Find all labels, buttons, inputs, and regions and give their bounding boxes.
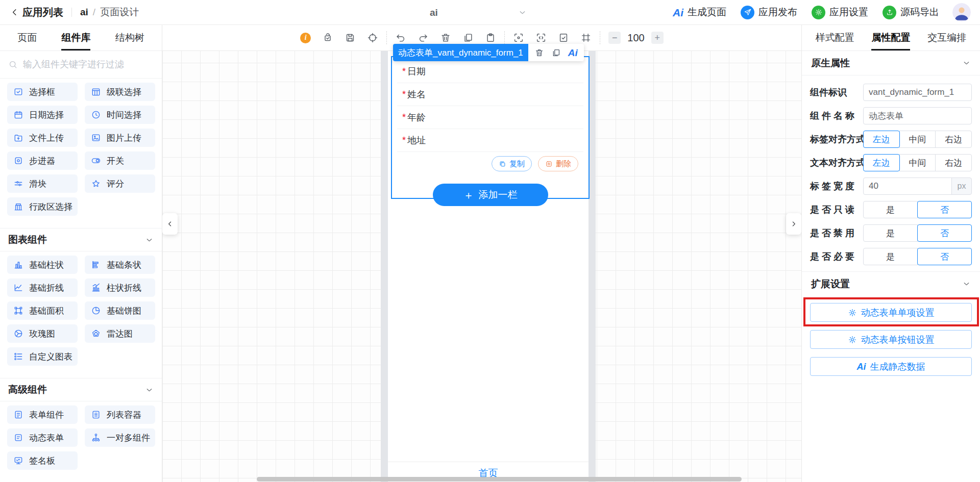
selected-dynamic-form[interactable]: *日期*姓名*年龄*地址 复制 删除 ＋ 添加一栏 (391, 56, 590, 199)
search-input[interactable] (23, 59, 154, 70)
delete-row-button[interactable]: 删除 (538, 156, 578, 171)
component-chip[interactable]: 基础柱状 (7, 256, 78, 274)
component-chip[interactable]: 签名板 (7, 451, 78, 470)
back-button[interactable]: 应用列表 (10, 6, 63, 19)
right-tab-2[interactable]: 交互编排 (927, 25, 966, 50)
readonly-option-1[interactable]: 否 (917, 201, 972, 218)
label-align-option-2[interactable]: 右边 (935, 131, 972, 148)
redo-icon[interactable] (418, 32, 429, 43)
component-chip[interactable]: 滑块 (7, 174, 78, 193)
component-chip[interactable]: 开关 (85, 151, 155, 170)
avatar[interactable] (952, 3, 971, 21)
component-chip[interactable]: 雷达图 (85, 324, 155, 343)
component-chip[interactable]: 柱状折线 (85, 278, 155, 297)
generate-static-data-button[interactable]: Ai生成静态数据 (810, 357, 972, 376)
copy-page-icon[interactable] (462, 32, 474, 43)
form-field-row[interactable]: *年龄 (397, 106, 583, 129)
component-chip[interactable]: 一对多组件 (85, 428, 155, 447)
doc-check-icon[interactable] (558, 32, 569, 43)
breadcrumb-app[interactable]: ai (80, 7, 88, 18)
component-chip[interactable]: 基础条状 (85, 256, 155, 274)
delete-component-icon[interactable] (534, 48, 544, 58)
scan-icon[interactable] (513, 32, 524, 43)
disabled-option-0[interactable]: 是 (863, 224, 918, 242)
extension-section-header[interactable]: 扩展设置 (802, 271, 980, 296)
page-select[interactable]: ai (425, 0, 532, 25)
required-option-1[interactable]: 否 (917, 248, 972, 265)
generate-page-button[interactable]: Ai生成页面 (673, 6, 726, 19)
copy-component-icon[interactable] (551, 48, 561, 58)
collapse-right-panel-handle[interactable] (786, 213, 801, 235)
component-library-panel: 页面组件库结构树 选择框级联选择日期选择时间选择文件上传图片上传步进器开关滑块评… (0, 25, 162, 482)
component-chip[interactable]: 基础饼图 (85, 301, 155, 320)
text-align-option-1[interactable]: 中间 (899, 154, 936, 171)
component-chip[interactable]: 表单组件 (7, 405, 78, 424)
label-align-option-0[interactable]: 左边 (863, 131, 900, 148)
export-button[interactable]: 源码导出 (883, 6, 939, 19)
selection-badge[interactable]: 动态表单_vant_dynamic_form_1 (393, 44, 528, 61)
left-tab-0[interactable]: 页面 (17, 25, 37, 50)
unlock-check-icon[interactable] (322, 32, 333, 43)
component-chip[interactable]: 选择框 (7, 83, 78, 101)
add-row-button[interactable]: ＋ 添加一栏 (433, 184, 548, 206)
component-group-header[interactable]: 图表组件 (0, 228, 162, 251)
trash-icon[interactable] (440, 32, 451, 43)
form-field-row[interactable]: *地址 (397, 129, 583, 152)
area-chart-icon (13, 306, 23, 316)
ai-component-icon[interactable]: Ai (568, 48, 578, 58)
design-canvas[interactable]: i−100+ *日期*姓名*年龄*地址 复制 删除 ＋ 添加一栏 动态表单_va… (162, 25, 801, 482)
dynamic-form-item-settings-button[interactable]: 动态表单单项设置 (810, 303, 972, 322)
component-chip[interactable]: 图片上传 (85, 129, 155, 147)
component-chip-label: 签名板 (29, 455, 55, 467)
component-chip[interactable]: 行政区选择 (7, 197, 78, 216)
label-align-option-1[interactable]: 中间 (899, 131, 936, 148)
component-chip[interactable]: 日期选择 (7, 106, 78, 124)
app-settings-button[interactable]: 应用设置 (812, 6, 868, 19)
readonly-option-0[interactable]: 是 (863, 201, 918, 218)
text-align-option-0[interactable]: 左边 (863, 154, 900, 171)
collapse-left-panel-handle[interactable] (162, 213, 178, 235)
text-align-option-2[interactable]: 右边 (935, 154, 972, 171)
component-group-header[interactable]: 高级组件 (0, 378, 162, 401)
zoom-out-button[interactable]: − (608, 32, 621, 44)
component-chip-label: 行政区选择 (29, 201, 72, 213)
component-id-input[interactable] (863, 84, 972, 101)
required-option-0[interactable]: 是 (863, 248, 918, 265)
paste-icon[interactable] (485, 32, 496, 43)
save-icon[interactable] (345, 32, 356, 43)
zoom-in-button[interactable]: + (651, 32, 664, 44)
component-chip[interactable]: 步进器 (7, 151, 78, 170)
dynamic-form-button-settings-button[interactable]: 动态表单按钮设置 (810, 330, 972, 349)
form-field-row[interactable]: *日期 (397, 60, 583, 83)
native-props-section-header[interactable]: 原生属性 (802, 51, 980, 75)
label-width-input[interactable] (863, 177, 952, 195)
component-chip[interactable]: 评分 (85, 174, 155, 193)
component-chip[interactable]: 动态表单 (7, 428, 78, 447)
component-chip[interactable]: 列表容器 (85, 405, 155, 424)
toolbar-separator (386, 31, 387, 44)
target-icon[interactable] (367, 32, 378, 43)
publish-button[interactable]: 应用发布 (741, 6, 797, 19)
component-chip[interactable]: 时间选择 (85, 106, 155, 124)
disabled-option-1[interactable]: 否 (917, 224, 972, 242)
copy-row-button[interactable]: 复制 (492, 156, 532, 171)
component-name-input[interactable] (863, 107, 972, 124)
component-chip[interactable]: 基础折线 (7, 278, 78, 297)
info-icon[interactable]: i (300, 33, 311, 43)
zoom-value: 100 (627, 32, 644, 44)
left-tab-2[interactable]: 结构树 (115, 25, 144, 50)
component-chip[interactable]: 自定义图表 (7, 347, 78, 366)
right-tab-1[interactable]: 属性配置 (871, 25, 910, 50)
component-chip[interactable]: 文件上传 (7, 129, 78, 147)
component-chip[interactable]: 玫瑰图 (7, 324, 78, 343)
horizontal-scrollbar[interactable] (257, 477, 742, 481)
component-chip[interactable]: 基础面积 (7, 301, 78, 320)
component-chip[interactable]: 级联选择 (85, 83, 155, 101)
chevron-left-icon (166, 220, 174, 228)
frame-icon[interactable] (580, 32, 592, 43)
undo-icon[interactable] (395, 32, 406, 43)
right-tab-0[interactable]: 样式配置 (816, 25, 854, 50)
form-field-row[interactable]: *姓名 (397, 83, 583, 106)
code-view-icon[interactable] (535, 32, 547, 43)
left-tab-1[interactable]: 组件库 (61, 25, 90, 50)
